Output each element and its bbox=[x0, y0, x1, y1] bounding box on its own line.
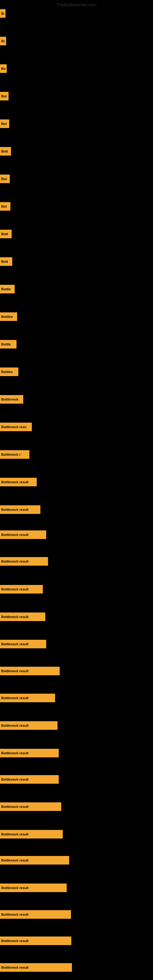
bar-label: Bottleneck result bbox=[1, 533, 29, 536]
bar-item: Bo bbox=[0, 37, 6, 45]
bar-label: Bottleneck result bbox=[1, 913, 29, 916]
bar-label: Bottleneck result bbox=[1, 832, 29, 836]
bar-label: Bo bbox=[1, 12, 4, 15]
bar-item: Bott bbox=[0, 230, 12, 238]
bar-label: Bottleneck result bbox=[1, 778, 29, 781]
bar-label: Bottleneck result bbox=[1, 508, 29, 511]
bar-item: Bottleneck result bbox=[0, 963, 72, 972]
bar-label: Bottleneck result bbox=[1, 587, 29, 591]
bar-item: Bottle bbox=[0, 340, 16, 348]
bar-item: Bo bbox=[0, 9, 5, 18]
bar-label: Bott bbox=[1, 232, 8, 236]
bar-item: Bottleneck result bbox=[0, 557, 48, 566]
bar-item: Bottlen bbox=[0, 368, 18, 376]
bar-item: Bottleneck result bbox=[0, 883, 67, 892]
bar-label: Bottleneck result bbox=[1, 560, 29, 563]
bar-label: Bottleneck result bbox=[1, 751, 29, 755]
bar-item: Bottlen bbox=[0, 312, 17, 321]
bar-label: Bottleneck result bbox=[1, 480, 29, 484]
bar-item: Bottleneck result bbox=[0, 910, 71, 919]
bar-label: Bottle bbox=[1, 287, 11, 291]
bar-item: Bottleneck resu bbox=[0, 423, 32, 431]
bar-item: Bottleneck bbox=[0, 395, 23, 404]
bar-label: Bot bbox=[1, 122, 7, 126]
bar-label: Bo bbox=[1, 39, 5, 43]
bar-item: Bottleneck r bbox=[0, 450, 29, 459]
bar-label: Bottleneck result bbox=[1, 939, 29, 943]
bar-item: Bottleneck result bbox=[0, 667, 60, 675]
bar-item: Bottleneck result bbox=[0, 530, 46, 539]
bar-item: Bottleneck result bbox=[0, 830, 63, 838]
bar-item: Bottleneck result bbox=[0, 749, 59, 757]
bar-label: Bottleneck result bbox=[1, 696, 29, 700]
bar-item: Bottleneck result bbox=[0, 640, 46, 648]
bar-label: Bottleneck resu bbox=[1, 425, 27, 429]
bar-label: Bottle bbox=[1, 342, 11, 346]
bar-item: Bot bbox=[0, 202, 10, 211]
bar-label: Bot bbox=[1, 205, 7, 208]
bar-label: Bottleneck result bbox=[1, 886, 29, 890]
bar-item: Bottle bbox=[0, 285, 15, 293]
bar-label: Bottleneck result bbox=[1, 724, 29, 727]
bar-item: Bottleneck result bbox=[0, 585, 43, 593]
bar-item: Bottleneck result bbox=[0, 694, 55, 702]
bar-item: Bott bbox=[0, 257, 12, 266]
bar-label: Bot bbox=[1, 94, 7, 98]
bar-label: Bott bbox=[1, 260, 8, 263]
bar-item: Bottleneck result bbox=[0, 937, 71, 945]
bar-item: Bottleneck result bbox=[0, 775, 59, 784]
bar-item: Bot bbox=[0, 119, 9, 128]
bar-label: Bottleneck result bbox=[1, 669, 29, 673]
bar-label: Bottleneck result bbox=[1, 805, 29, 808]
bar-item: Bottleneck result bbox=[0, 721, 57, 730]
bar-item: Bottleneck result bbox=[0, 802, 61, 811]
bar-item: Bott bbox=[0, 147, 11, 156]
bar-item: Bottleneck result bbox=[0, 856, 69, 865]
bar-item: Bottleneck result bbox=[0, 505, 40, 514]
site-title: TheBottlenecker.com bbox=[56, 2, 97, 7]
bar-item: Bo bbox=[0, 64, 7, 73]
bar-label: Bot bbox=[1, 177, 7, 181]
bar-label: Bottlen bbox=[1, 370, 13, 374]
bar-label: Bottleneck result bbox=[1, 966, 29, 969]
bar-label: Bott bbox=[1, 150, 8, 153]
bar-item: Bottleneck result bbox=[0, 478, 37, 486]
bar-label: Bottleneck result bbox=[1, 642, 29, 646]
bar-label: Bottleneck result bbox=[1, 858, 29, 862]
bar-label: Bottlen bbox=[1, 315, 13, 318]
bar-label: Bottleneck result bbox=[1, 615, 29, 619]
bar-label: Bottleneck bbox=[1, 398, 18, 401]
bar-label: Bo bbox=[1, 67, 5, 70]
bar-label: Bottleneck r bbox=[1, 453, 21, 456]
bar-item: Bot bbox=[0, 175, 10, 183]
bar-item: Bottleneck result bbox=[0, 612, 45, 621]
bar-item: Bot bbox=[0, 92, 9, 100]
